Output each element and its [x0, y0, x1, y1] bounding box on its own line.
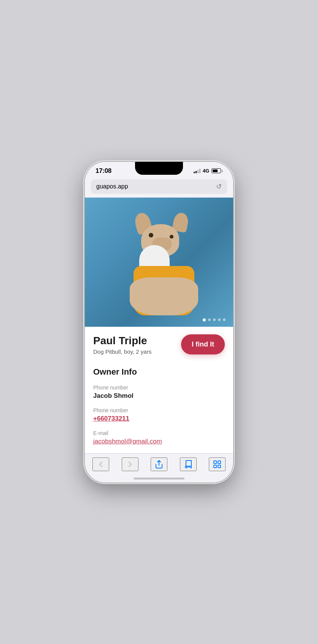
back-button[interactable]	[92, 457, 109, 471]
svg-rect-4	[218, 465, 221, 468]
email-label: E-mail	[93, 430, 225, 436]
status-time: 17:08	[95, 167, 111, 175]
signal-bar-2	[196, 171, 197, 173]
phone-field: Phone number +660733211	[93, 407, 225, 422]
signal-bars	[194, 169, 200, 173]
pet-description: Dog Pitbull, boy, 2 yars	[93, 348, 151, 355]
pet-info-section: Paul Triple Dog Pitbull, boy, 2 yars I f…	[85, 327, 233, 361]
carousel-dots	[203, 318, 226, 321]
signal-bar-4	[199, 169, 200, 173]
main-content: Paul Triple Dog Pitbull, boy, 2 yars I f…	[85, 198, 233, 453]
battery-body	[211, 168, 221, 173]
battery	[211, 168, 223, 173]
svg-rect-2	[218, 461, 221, 464]
notch	[135, 162, 183, 175]
find-it-button[interactable]: I find It	[181, 334, 225, 354]
phone-value[interactable]: +660733211	[93, 415, 225, 422]
network-type: 4G	[203, 168, 209, 174]
carousel-dot-5[interactable]	[223, 318, 226, 321]
url-text: guapos.app	[96, 183, 128, 190]
reload-icon[interactable]: ↺	[216, 182, 222, 191]
pet-name: Paul Triple	[93, 334, 151, 347]
share-button[interactable]	[151, 457, 167, 471]
home-indicator	[134, 478, 184, 479]
status-bar: 17:08 4G	[85, 162, 233, 177]
carousel-dot-4[interactable]	[218, 318, 221, 321]
browser-bar: guapos.app ↺	[85, 177, 233, 198]
phone-frame: 17:08 4G guapos.app	[85, 162, 233, 483]
tabs-button[interactable]	[209, 457, 226, 471]
url-bar[interactable]: guapos.app ↺	[91, 179, 227, 194]
carousel-dot-1[interactable]	[203, 318, 206, 321]
phone-screen: 17:08 4G guapos.app	[85, 162, 233, 483]
dog-eye-left	[149, 233, 153, 237]
hero-image	[85, 198, 233, 327]
signal-bar-3	[197, 170, 199, 173]
pet-name-block: Paul Triple Dog Pitbull, boy, 2 yars	[93, 334, 151, 355]
owner-name-value: Jacob Shmol	[93, 392, 225, 400]
battery-tip	[222, 170, 223, 172]
phone-label: Phone number	[93, 407, 225, 413]
owner-info-title: Owner Info	[93, 367, 225, 377]
svg-rect-1	[214, 461, 216, 464]
carousel-dot-3[interactable]	[213, 318, 216, 321]
owner-name-field: Phone number Jacob Shmol	[93, 385, 225, 400]
email-field: E-mail jacobshmol@gmail.com	[93, 430, 225, 445]
email-value[interactable]: jacobshmol@gmail.com	[93, 438, 225, 445]
dog-illustration	[114, 209, 213, 327]
owner-name-label: Phone number	[93, 385, 225, 391]
owner-info-section: Owner Info Phone number Jacob Shmol Phon…	[85, 361, 233, 453]
svg-rect-3	[214, 465, 216, 468]
status-icons: 4G	[194, 168, 223, 174]
carousel-dot-2[interactable]	[208, 318, 211, 321]
signal-bar-1	[194, 172, 195, 173]
forward-button[interactable]	[122, 457, 138, 471]
dog-eye-right	[170, 235, 173, 239]
battery-fill	[213, 169, 218, 172]
bookmarks-button[interactable]	[180, 457, 197, 471]
dog-body-lower	[130, 277, 198, 315]
